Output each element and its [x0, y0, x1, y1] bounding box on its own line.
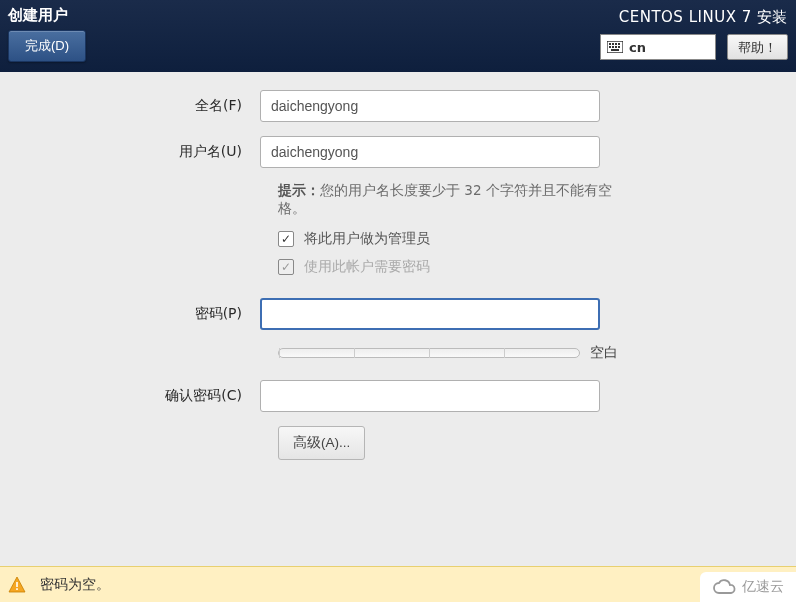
- warning-icon: [8, 576, 26, 594]
- username-input[interactable]: [260, 136, 600, 168]
- watermark: 亿速云: [700, 572, 796, 602]
- password-strength-text: 空白: [590, 344, 618, 362]
- svg-rect-7: [615, 46, 617, 48]
- keyboard-layout-code: cn: [629, 40, 646, 55]
- keyboard-layout-indicator[interactable]: cn: [600, 34, 716, 60]
- fullname-input[interactable]: [260, 90, 600, 122]
- warning-bar: 密码为空。: [0, 566, 796, 602]
- watermark-text: 亿速云: [742, 578, 784, 596]
- svg-rect-3: [615, 43, 617, 45]
- svg-rect-4: [618, 43, 620, 45]
- username-hint: 提示：您的用户名长度要少于 32 个字符并且不能有空格。: [278, 182, 638, 218]
- fullname-label: 全名(F): [0, 97, 260, 115]
- advanced-button[interactable]: 高级(A)...: [278, 426, 365, 460]
- require-password-label: 使用此帐户需要密码: [304, 258, 430, 276]
- password-input[interactable]: [260, 298, 600, 330]
- keyboard-icon: [607, 41, 623, 53]
- header-bar: 创建用户 完成(D) CENTOS LINUX 7 安装 cn 帮助！: [0, 0, 796, 72]
- svg-rect-5: [609, 46, 611, 48]
- make-admin-label: 将此用户做为管理员: [304, 230, 430, 248]
- svg-rect-6: [612, 46, 614, 48]
- svg-rect-1: [609, 43, 611, 45]
- username-label: 用户名(U): [0, 143, 260, 161]
- confirm-password-input[interactable]: [260, 380, 600, 412]
- make-admin-checkbox[interactable]: [278, 231, 294, 247]
- svg-rect-9: [611, 49, 619, 51]
- cloud-icon: [712, 578, 736, 596]
- password-label: 密码(P): [0, 305, 260, 323]
- confirm-password-label: 确认密码(C): [0, 387, 260, 405]
- require-password-checkbox: [278, 259, 294, 275]
- install-title: CENTOS LINUX 7 安装: [619, 8, 788, 27]
- svg-rect-10: [16, 582, 18, 587]
- hint-prefix: 提示：: [278, 182, 320, 198]
- warning-text: 密码为空。: [40, 576, 110, 594]
- svg-rect-8: [618, 46, 620, 48]
- svg-rect-11: [16, 588, 18, 590]
- svg-rect-2: [612, 43, 614, 45]
- create-user-form: 全名(F) 用户名(U) 提示：您的用户名长度要少于 32 个字符并且不能有空格…: [0, 72, 796, 460]
- hint-text: 您的用户名长度要少于 32 个字符并且不能有空格。: [278, 182, 612, 216]
- help-button[interactable]: 帮助！: [727, 34, 788, 60]
- done-button[interactable]: 完成(D): [8, 30, 86, 62]
- password-strength-meter: [278, 348, 580, 358]
- page-title: 创建用户: [8, 6, 68, 25]
